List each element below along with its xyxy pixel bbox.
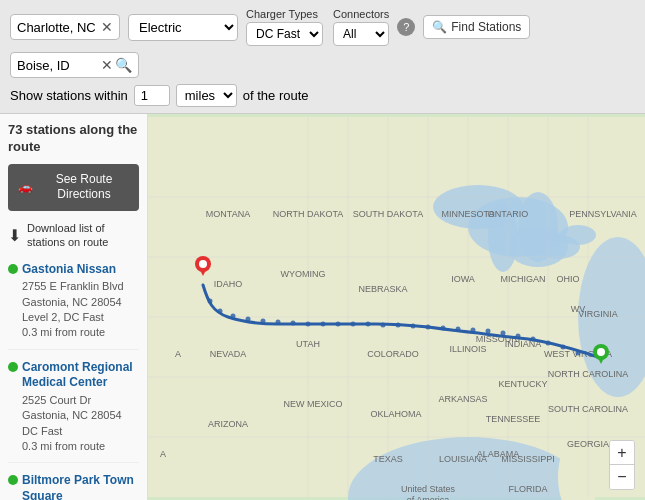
svg-text:TENNESSEE: TENNESSEE [486,414,541,424]
list-item: Biltmore Park Town Square 1 Town Square … [8,473,139,500]
svg-point-81 [306,322,311,327]
within-label: Show stations within [10,88,128,103]
of-route-label: of the route [243,88,309,103]
station-address-1: 2525 Court Dr [22,393,139,408]
svg-text:KENTUCKY: KENTUCKY [498,379,547,389]
car-icon: 🚗 [18,180,33,196]
zoom-out-button[interactable]: − [610,465,634,489]
svg-text:of America: of America [407,495,450,500]
svg-point-75 [396,323,401,328]
connectors-select[interactable]: All [333,22,389,46]
connectors-group: Connectors All [333,8,389,46]
origin-field[interactable]: ✕ [10,14,120,40]
download-row[interactable]: ⬇ Download list of stations on route [8,221,139,250]
charger-types-group: Charger Types DC Fast [246,8,323,46]
within-value-input[interactable] [134,85,170,106]
svg-text:IDAHO: IDAHO [214,279,243,289]
list-item: Gastonia Nissan 2755 E Franklin Blvd Gas… [8,262,139,350]
station-distance: 0.3 mi from route [22,439,139,454]
connectors-label: Connectors [333,8,389,20]
station-dot [8,362,18,372]
sidebar: 73 stations along the route 🚗 See Route … [0,114,148,500]
station-header: Biltmore Park Town Square [8,473,139,500]
station-name[interactable]: Caromont Regional Medical Center [22,360,139,391]
svg-point-76 [381,323,386,328]
svg-text:WYOMING: WYOMING [281,269,326,279]
svg-text:MINNESOTA: MINNESOTA [442,209,495,219]
station-charger-info: Level 2, DC Fast [22,310,139,325]
svg-point-69 [486,329,491,334]
svg-text:OKLAHOMA: OKLAHOMA [370,409,421,419]
svg-text:SOUTH DAKOTA: SOUTH DAKOTA [353,209,423,219]
station-address-2: Gastonia, NC 28054 [22,408,139,423]
svg-text:ILLINOIS: ILLINOIS [449,344,486,354]
svg-text:ONTARIO: ONTARIO [488,209,528,219]
svg-point-66 [531,337,536,342]
svg-point-74 [411,324,416,329]
svg-text:TEXAS: TEXAS [373,454,403,464]
svg-point-8 [560,225,596,245]
svg-point-80 [321,322,326,327]
svg-text:NEVADA: NEVADA [210,349,246,359]
top-bar: ✕ Electric Charger Types DC Fast Connect… [0,0,645,114]
svg-point-85 [246,317,251,322]
map-area[interactable]: MONTANA IDAHO NEVADA ARIZONA NORTH DAKOT… [148,114,645,500]
charger-section: Charger Types DC Fast Connectors All [246,8,389,46]
svg-point-64 [561,345,566,350]
units-select[interactable]: miles [176,84,237,107]
svg-point-94 [597,348,605,356]
station-name[interactable]: Gastonia Nissan [22,262,116,278]
svg-text:A: A [160,449,166,459]
help-icon[interactable]: ? [397,18,415,36]
svg-point-67 [516,334,521,339]
find-stations-button[interactable]: 🔍 Find Stations [423,15,530,39]
svg-text:NEBRASKA: NEBRASKA [358,284,407,294]
origin-clear-button[interactable]: ✕ [101,19,113,35]
svg-text:UTAH: UTAH [296,339,320,349]
svg-text:NEW MEXICO: NEW MEXICO [283,399,342,409]
svg-text:ARKANSAS: ARKANSAS [438,394,487,404]
svg-point-86 [231,314,236,319]
destination-clear-button[interactable]: ✕ [101,57,113,73]
stations-count: 73 stations along the route [8,122,139,156]
svg-text:NORTH CAROLINA: NORTH CAROLINA [548,369,628,379]
svg-point-78 [351,322,356,327]
download-icon: ⬇ [8,226,21,245]
svg-point-70 [471,328,476,333]
map-svg: MONTANA IDAHO NEVADA ARIZONA NORTH DAKOT… [148,114,645,500]
station-dot [8,475,18,485]
zoom-in-button[interactable]: + [610,441,634,465]
svg-point-84 [261,319,266,324]
svg-text:ARIZONA: ARIZONA [208,419,248,429]
origin-input[interactable] [17,20,97,35]
station-header: Gastonia Nissan [8,262,139,278]
destination-input[interactable] [17,58,97,73]
svg-point-91 [199,260,207,268]
svg-text:United States: United States [401,484,456,494]
route-directions-button[interactable]: 🚗 See Route Directions [8,164,139,211]
svg-point-72 [441,326,446,331]
destination-field[interactable]: ✕ 🔍 [10,52,139,78]
svg-point-77 [366,322,371,327]
station-charger-info: DC Fast [22,424,139,439]
svg-point-68 [501,331,506,336]
search-icon: 🔍 [432,20,447,34]
svg-point-88 [208,299,213,304]
charger-type-select[interactable]: DC Fast [246,22,323,46]
station-details: 2755 E Franklin Blvd Gastonia, NC 28054 … [8,279,139,341]
svg-point-83 [276,320,281,325]
svg-text:FLORIDA: FLORIDA [508,484,547,494]
svg-text:A: A [175,349,181,359]
destination-search-button[interactable]: 🔍 [115,57,132,73]
svg-point-73 [426,325,431,330]
fuel-type-select[interactable]: Electric [128,14,238,41]
svg-point-87 [218,309,223,314]
station-name[interactable]: Biltmore Park Town Square [22,473,139,500]
svg-text:SOUTH CAROLINA: SOUTH CAROLINA [548,404,628,414]
svg-text:OHIO: OHIO [556,274,579,284]
svg-point-65 [546,341,551,346]
within-row: Show stations within miles of the route [10,84,635,107]
station-distance: 0.3 mi from route [22,325,139,340]
find-stations-label: Find Stations [451,20,521,34]
svg-text:PENNSYLVANIA: PENNSYLVANIA [569,209,637,219]
